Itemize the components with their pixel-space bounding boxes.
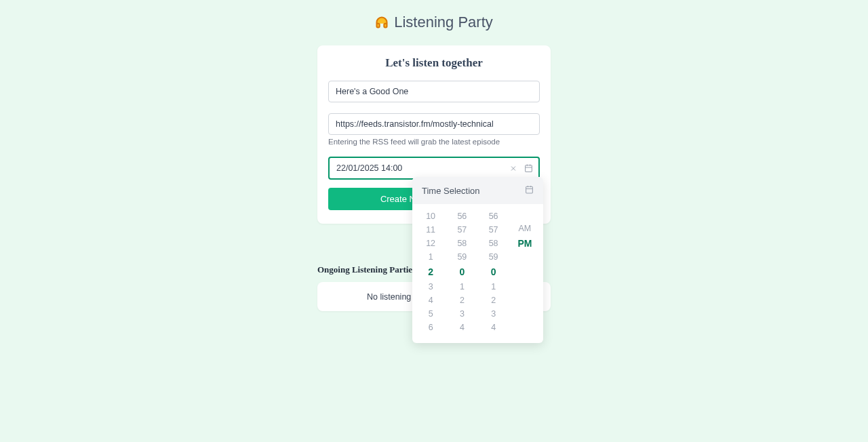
calendar-toggle-icon[interactable] [525, 185, 534, 196]
time-item[interactable] [509, 264, 540, 268]
hours-column[interactable]: 101112123456 [415, 209, 446, 338]
calendar-icon[interactable] [524, 164, 533, 173]
seconds-column[interactable]: 5657585901234 [478, 209, 509, 338]
time-item[interactable]: 56 [478, 209, 509, 223]
time-item[interactable]: 1 [478, 280, 509, 294]
headphones-icon [375, 16, 389, 29]
time-item[interactable]: 4 [415, 294, 446, 307]
datetime-input-wrapper [328, 157, 540, 180]
time-item[interactable]: 0 [478, 264, 509, 280]
time-item[interactable]: AM [509, 222, 540, 235]
svg-rect-6 [526, 186, 533, 193]
time-picker-popover: Time Selection 101112123456 565758590123… [412, 177, 543, 343]
time-item[interactable]: 5 [415, 307, 446, 321]
logo: Listening Party [375, 14, 493, 31]
logo-section: Listening Party [0, 0, 868, 45]
time-item[interactable]: 57 [478, 223, 509, 237]
time-picker-body: 101112123456 5657585901234 5657585901234… [412, 204, 543, 343]
time-picker-header: Time Selection [412, 177, 543, 204]
time-item[interactable]: 2 [478, 294, 509, 307]
time-item[interactable]: PM [509, 235, 540, 252]
datetime-input[interactable] [328, 157, 540, 180]
time-item[interactable]: 58 [446, 237, 477, 250]
time-item[interactable]: 2 [415, 264, 446, 280]
time-item[interactable]: 57 [446, 223, 477, 237]
time-item[interactable]: 2 [446, 294, 477, 307]
time-item[interactable]: 10 [415, 209, 446, 223]
minutes-column[interactable]: 5657585901234 [446, 209, 477, 338]
rss-helper-text: Entering the RSS feed will grab the late… [328, 138, 540, 146]
time-item[interactable]: 58 [478, 237, 509, 250]
time-item[interactable]: 4 [478, 321, 509, 334]
time-item[interactable]: 6 [415, 321, 446, 334]
rss-url-input[interactable] [328, 113, 540, 135]
time-picker-title: Time Selection [422, 186, 480, 196]
logo-text: Listening Party [394, 14, 493, 31]
card-title: Let's listen together [328, 56, 540, 70]
svg-rect-2 [526, 165, 532, 172]
time-item[interactable]: 59 [446, 250, 477, 264]
clear-icon[interactable] [509, 164, 517, 172]
time-item[interactable]: 3 [446, 307, 477, 321]
time-item[interactable]: 0 [446, 264, 477, 280]
time-item[interactable]: 59 [478, 250, 509, 264]
time-item[interactable]: 1 [446, 280, 477, 294]
time-item[interactable]: 11 [415, 223, 446, 237]
time-item[interactable]: 12 [415, 237, 446, 250]
time-item[interactable]: 56 [446, 209, 477, 223]
ampm-column[interactable]: AMPM [509, 209, 540, 338]
episode-name-input[interactable] [328, 81, 540, 102]
time-item[interactable]: 1 [415, 250, 446, 264]
time-item[interactable]: 3 [478, 307, 509, 321]
time-item[interactable]: 3 [415, 280, 446, 294]
time-item[interactable]: 4 [446, 321, 477, 334]
